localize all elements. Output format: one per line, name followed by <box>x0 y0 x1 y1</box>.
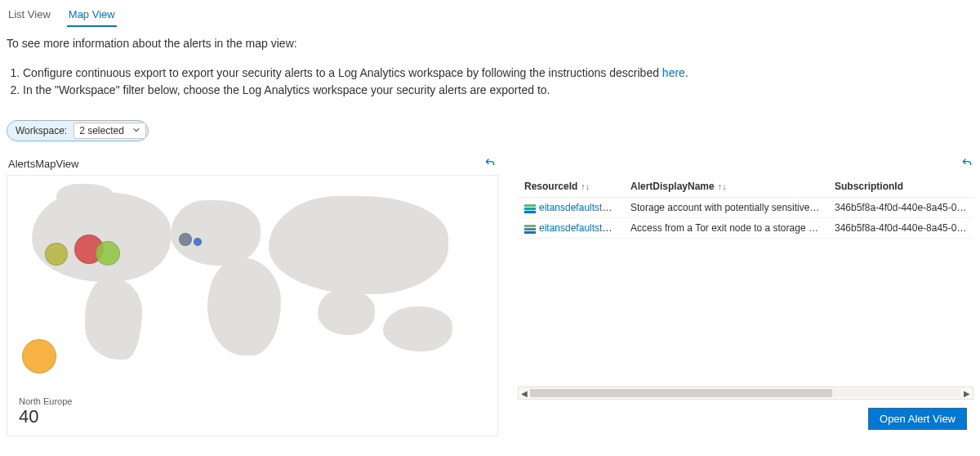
map-stat: North Europe 40 <box>19 396 72 427</box>
intro-text: To see more information about the alerts… <box>0 27 980 53</box>
undo-icon[interactable] <box>483 156 497 172</box>
storage-icon <box>524 225 536 233</box>
workspace-selected-value: 2 selected <box>79 125 124 136</box>
resource-link[interactable]: eitansdefaultstorage <box>539 202 624 213</box>
table-footer: Open Alert View <box>518 400 973 436</box>
map-stat-region: North Europe <box>19 396 72 406</box>
chevron-down-icon <box>132 125 140 136</box>
tab-list-view[interactable]: List View <box>7 5 52 27</box>
map-pane-title: AlertsMapView <box>8 158 78 170</box>
scroll-left-icon[interactable]: ◀ <box>519 389 530 398</box>
subscription-cell: 346b5f8a-4f0d-440e-8a45-0c0b5 <box>828 218 973 239</box>
workspace-dropdown[interactable]: 2 selected <box>74 123 146 139</box>
step-1: Configure continuous export to export yo… <box>23 65 973 82</box>
th-resource[interactable]: ResourceId↑↓ <box>518 176 624 198</box>
step-1-text: Configure continuous export to export yo… <box>23 66 662 79</box>
scroll-thumb[interactable] <box>530 389 832 397</box>
filter-row: Workspace: 2 selected <box>0 118 980 153</box>
sort-icon: ↑↓ <box>718 181 727 191</box>
th-subscription[interactable]: SubscriptionId <box>828 176 973 198</box>
tab-map-view[interactable]: Map View <box>67 5 117 27</box>
step-2: In the "Workspace" filter below, choose … <box>23 82 973 99</box>
map-pane: AlertsMapView <box>7 153 498 436</box>
table-pane: ResourceId↑↓ AlertDisplayName↑↓ Subscrip… <box>518 153 973 436</box>
workspace-filter[interactable]: Workspace: 2 selected <box>7 120 149 141</box>
scroll-track[interactable] <box>530 389 961 397</box>
th-alert[interactable]: AlertDisplayName↑↓ <box>624 176 828 198</box>
workspace-filter-label: Workspace: <box>16 125 67 136</box>
alert-cell: Storage account with potentially sensiti… <box>624 198 828 218</box>
sort-icon: ↑↓ <box>581 181 590 191</box>
table-row[interactable]: eitansdefaultstorage Storage account wit… <box>518 198 973 218</box>
step-1-suffix: . <box>685 66 688 79</box>
world-map[interactable]: North Europe 40 <box>7 175 498 436</box>
open-alert-view-button[interactable]: Open Alert View <box>868 408 967 430</box>
storage-icon <box>524 204 536 212</box>
resource-link[interactable]: eitansdefaultstorage <box>539 222 624 234</box>
view-tabs: List View Map View <box>0 0 980 27</box>
map-bubble-green[interactable] <box>96 241 120 266</box>
map-bubble-orange[interactable] <box>22 339 56 373</box>
map-bubble-slate[interactable] <box>179 233 192 246</box>
map-stat-value: 40 <box>19 406 72 427</box>
scroll-right-icon[interactable]: ▶ <box>961 389 973 398</box>
map-bubble-olive[interactable] <box>45 243 68 266</box>
undo-icon-right[interactable] <box>960 156 973 172</box>
alert-cell: Access from a Tor exit node to a storage… <box>624 218 828 239</box>
horizontal-scrollbar[interactable]: ◀ ▶ <box>518 387 973 400</box>
table-row[interactable]: eitansdefaultstorage Access from a Tor e… <box>518 218 973 239</box>
map-bubble-blue[interactable] <box>194 238 202 246</box>
subscription-cell: 346b5f8a-4f0d-440e-8a45-0c0b5 <box>828 198 973 218</box>
alerts-table: ResourceId↑↓ AlertDisplayName↑↓ Subscrip… <box>518 176 973 239</box>
setup-steps: Configure continuous export to export yo… <box>0 65 980 107</box>
instructions-link[interactable]: here <box>662 66 685 79</box>
